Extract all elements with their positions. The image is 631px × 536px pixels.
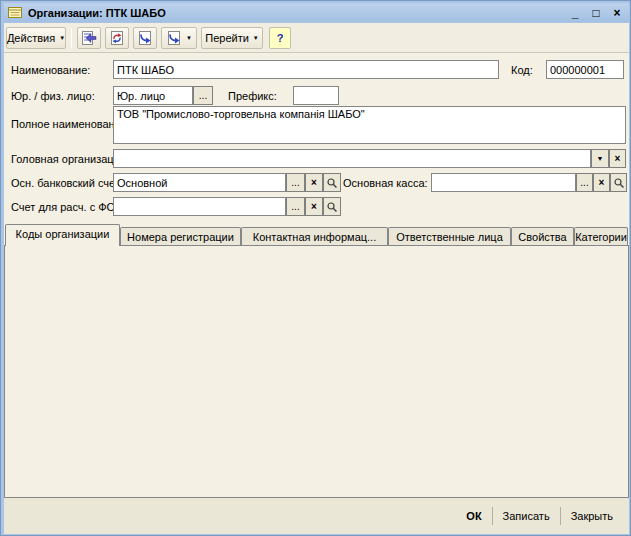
chevron-down-icon: ▼ (59, 35, 65, 41)
entity-type-select-button[interactable]: ... (193, 86, 213, 105)
titlebar: Организации: ПТК ШАБО _ □ × (4, 3, 629, 22)
write-button[interactable]: Записать (493, 508, 560, 524)
window-title: Организации: ПТК ШАБО (28, 7, 166, 19)
name-input[interactable] (113, 60, 499, 79)
codes-tab-panel (4, 245, 629, 498)
ok-button[interactable]: ОК (456, 508, 491, 524)
prefix-input[interactable] (293, 86, 339, 105)
fss-account-clear-button[interactable]: × (305, 197, 323, 216)
help-button[interactable]: ? (269, 27, 291, 49)
goto-button[interactable]: Перейти ▼ (201, 27, 263, 49)
cash-open-button[interactable] (610, 173, 627, 192)
goto-button-label: Перейти (205, 32, 249, 44)
tab-kategorii[interactable]: Категории (574, 227, 628, 245)
related-info-icon (166, 30, 182, 46)
tab-svoystva[interactable]: Свойства (511, 227, 574, 245)
bank-account-select-button[interactable]: ... (286, 173, 305, 192)
tab-kontaktnaya-informatsiya[interactable]: Контактная информац... (241, 227, 388, 245)
actions-button[interactable]: Действия ▼ (6, 27, 66, 49)
magnifier-icon (326, 201, 338, 213)
full-name-textarea[interactable]: ТОВ "Промислово-торговельна компанія ШАБ… (113, 106, 626, 144)
head-org-dropdown-button[interactable]: ▼ (591, 149, 609, 168)
fss-account-label: Счет для расч. с ФСС: (11, 201, 126, 213)
footer-bar: ОК Записать Закрыть (4, 498, 629, 534)
code-input[interactable] (546, 60, 624, 79)
bank-account-label: Осн. банковский счет: (11, 177, 123, 189)
name-label: Наименование: (11, 64, 90, 76)
entity-type-label: Юр. / физ. лицо: (11, 90, 95, 102)
reread-button[interactable] (105, 27, 129, 49)
cash-input[interactable] (431, 173, 576, 192)
fss-account-select-button[interactable]: ... (286, 197, 305, 216)
tab-otvetstvennye-litsa[interactable]: Ответственные лица (388, 227, 511, 245)
maximize-button[interactable]: □ (590, 6, 602, 20)
bank-account-input[interactable] (113, 173, 286, 192)
fss-account-input[interactable] (113, 197, 286, 216)
organization-window: Организации: ПТК ШАБО _ □ × Действия ▼ (0, 0, 631, 536)
tab-kody-organizatsii[interactable]: Коды организации (5, 224, 120, 246)
close-button[interactable]: Закрыть (561, 508, 623, 524)
prefix-label: Префикс: (228, 90, 277, 102)
help-icon: ? (277, 32, 284, 44)
copy-button[interactable] (133, 27, 157, 49)
bank-account-clear-button[interactable]: × (305, 173, 323, 192)
chevron-down-icon: ▼ (253, 35, 259, 41)
fss-account-open-button[interactable] (323, 197, 341, 216)
minimize-button[interactable]: _ (569, 6, 581, 20)
magnifier-icon (326, 177, 338, 189)
find-in-list-icon (81, 30, 97, 46)
chevron-down-icon: ▼ (186, 35, 192, 41)
head-org-clear-button[interactable]: × (609, 149, 626, 168)
head-org-label: Головная организация: (11, 153, 129, 165)
form-document-icon (8, 6, 22, 19)
copy-icon (137, 30, 153, 46)
cash-select-button[interactable]: ... (576, 173, 593, 192)
reread-icon (109, 30, 125, 46)
head-org-input[interactable] (113, 149, 591, 168)
chevron-down-icon: ▼ (597, 151, 604, 167)
cash-label: Основная касса: (343, 177, 428, 189)
close-window-button[interactable]: × (611, 6, 623, 20)
actions-button-label: Действия (7, 32, 55, 44)
cash-clear-button[interactable]: × (593, 173, 610, 192)
entity-type-input[interactable] (113, 86, 193, 105)
toolbar-separator (71, 28, 72, 48)
related-info-button[interactable]: ▼ (161, 27, 197, 49)
bank-account-open-button[interactable] (323, 173, 341, 192)
magnifier-icon (613, 177, 625, 189)
find-in-list-button[interactable] (77, 27, 101, 49)
code-label: Код: (511, 64, 533, 76)
tab-nomera-registratsii[interactable]: Номера регистрации (120, 227, 241, 245)
